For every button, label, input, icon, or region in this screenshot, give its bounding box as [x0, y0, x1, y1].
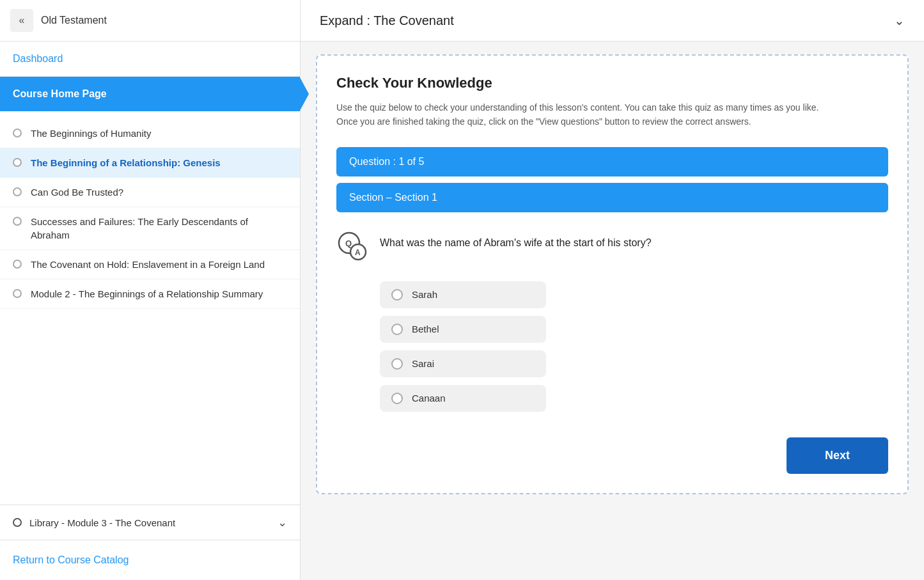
nav-item-label-mod2-summary: Module 2 - The Beginnings of a Relations…	[31, 287, 263, 301]
answer-label-bethel: Bethel	[412, 324, 439, 334]
library-label: Library - Module 3 - The Covenant	[29, 517, 175, 528]
answer-label-canaan: Canaan	[412, 393, 446, 404]
sidebar-item-genesis[interactable]: The Beginning of a Relationship: Genesis	[0, 148, 300, 178]
answer-label-sarah: Sarah	[412, 289, 437, 300]
sidebar-item-humanity[interactable]: The Beginnings of Humanity	[0, 119, 300, 148]
sidebar-item-trusted[interactable]: Can God Be Trusted?	[0, 178, 300, 207]
question-bar: Question : 1 of 5	[336, 147, 888, 176]
library-dot	[13, 518, 22, 527]
sidebar-item-successes[interactable]: Successes and Failures: The Early Descen…	[0, 207, 300, 250]
back-icon: «	[19, 15, 25, 26]
nav-item-label-humanity: The Beginnings of Humanity	[31, 127, 151, 140]
answer-option-sarah[interactable]: Sarah	[380, 281, 546, 308]
nav-dot-successes	[13, 217, 22, 226]
next-button-area: Next	[336, 431, 888, 474]
nav-item-label-successes: Successes and Failures: The Early Descen…	[31, 215, 287, 242]
nav-items-list: The Beginnings of Humanity The Beginning…	[0, 114, 300, 505]
nav-dot-humanity	[13, 129, 22, 137]
nav-dot-trusted	[13, 187, 22, 196]
library-section[interactable]: Library - Module 3 - The Covenant ⌄	[0, 505, 300, 540]
dashboard-link[interactable]: Dashboard	[0, 42, 300, 77]
qa-icon: Q A	[336, 230, 370, 263]
nav-dot-genesis	[13, 158, 22, 167]
expand-header: Expand : The Covenant ⌄	[301, 0, 924, 42]
answers-list: Sarah Bethel Sarai Canaan	[336, 281, 888, 412]
answer-radio-sarah	[391, 289, 403, 301]
nav-item-label-covenant-hold: The Covenant on Hold: Enslavement in a F…	[31, 258, 265, 271]
answer-option-bethel[interactable]: Bethel	[380, 316, 546, 343]
nav-item-label-trusted: Can God Be Trusted?	[31, 185, 123, 199]
answer-label-sarai: Sarai	[412, 358, 434, 369]
svg-text:A: A	[355, 248, 361, 257]
expand-title: Expand : The Covenant	[320, 13, 454, 28]
sidebar-item-covenant-hold[interactable]: The Covenant on Hold: Enslavement in a F…	[0, 250, 300, 279]
nav-dot-covenant-hold	[13, 260, 22, 269]
answer-radio-bethel	[391, 324, 403, 335]
nav-dot-mod2-summary	[13, 289, 22, 298]
answer-option-sarai[interactable]: Sarai	[380, 350, 546, 377]
nav-item-label-genesis: The Beginning of a Relationship: Genesis	[31, 156, 221, 169]
sidebar-item-mod2-summary[interactable]: Module 2 - The Beginnings of a Relations…	[0, 279, 300, 309]
answer-radio-canaan	[391, 393, 403, 404]
answer-option-canaan[interactable]: Canaan	[380, 385, 546, 412]
back-button[interactable]: «	[10, 9, 33, 32]
svg-text:Q: Q	[345, 239, 352, 248]
quiz-description: Use the quiz below to check your underst…	[336, 100, 835, 129]
quiz-title: Check Your Knowledge	[336, 75, 888, 91]
sidebar: « Old Testament Dashboard Course Home Pa…	[0, 0, 301, 580]
return-to-catalog-link[interactable]: Return to Course Catalog	[0, 540, 300, 580]
answer-radio-sarai	[391, 358, 403, 370]
library-section-left: Library - Module 3 - The Covenant	[13, 517, 175, 528]
sidebar-title: Old Testament	[41, 15, 107, 26]
course-home-button[interactable]: Course Home Page	[0, 77, 300, 111]
quiz-container: Check Your Knowledge Use the quiz below …	[316, 54, 909, 494]
question-text: What was the name of Abram's wife at the…	[380, 230, 652, 251]
next-button[interactable]: Next	[787, 437, 888, 474]
main-content: Expand : The Covenant ⌄ Check Your Knowl…	[301, 0, 924, 580]
section-bar: Section – Section 1	[336, 183, 888, 212]
expand-chevron-icon[interactable]: ⌄	[894, 13, 905, 28]
chevron-down-icon: ⌄	[278, 515, 287, 529]
sidebar-header: « Old Testament	[0, 0, 300, 42]
question-area: Q A What was the name of Abram's wife at…	[336, 230, 888, 263]
